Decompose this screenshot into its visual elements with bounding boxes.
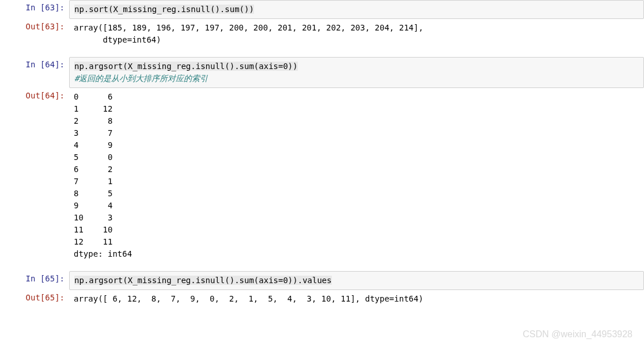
code-highlight-63: np.sort(X_missing_reg.isnull().sum()) <box>74 5 254 14</box>
cell-63-input: In [63]: np.sort(X_missing_reg.isnull().… <box>0 0 644 19</box>
code-input-63[interactable]: np.sort(X_missing_reg.isnull().sum()) <box>69 0 644 19</box>
code-comment-64: #返回的是从小到大排序所对应的索引 <box>74 74 208 83</box>
cell-65-input: In [65]: np.argsort(X_missing_reg.isnull… <box>0 271 644 290</box>
code-highlight-64: np.argsort(X_missing_reg.isnull().sum(ax… <box>74 62 298 71</box>
output-text-65: array([ 6, 12, 8, 7, 9, 0, 2, 1, 5, 4, 3… <box>69 290 644 308</box>
in-prompt-63: In [63]: <box>0 0 69 19</box>
in-prompt-65: In [65]: <box>0 271 69 290</box>
in-prompt-64: In [64]: <box>0 57 69 88</box>
notebook-container: In [63]: np.sort(X_missing_reg.isnull().… <box>0 0 644 343</box>
output-text-64: 0 6 1 12 2 8 3 7 4 9 5 0 6 2 7 1 8 5 9 4… <box>69 88 644 263</box>
out-prompt-63: Out[63]: <box>0 19 69 49</box>
cell-64-output: Out[64]: 0 6 1 12 2 8 3 7 4 9 5 0 6 2 7 … <box>0 88 644 263</box>
cell-64-input: In [64]: np.argsort(X_missing_reg.isnull… <box>0 57 644 88</box>
code-input-64[interactable]: np.argsort(X_missing_reg.isnull().sum(ax… <box>69 57 644 88</box>
spacer <box>0 263 644 271</box>
code-input-65[interactable]: np.argsort(X_missing_reg.isnull().sum(ax… <box>69 271 644 290</box>
spacer <box>0 49 644 57</box>
code-highlight-65: np.argsort(X_missing_reg.isnull().sum(ax… <box>74 276 332 285</box>
output-text-63: array([185, 189, 196, 197, 197, 200, 200… <box>69 19 644 49</box>
out-prompt-64: Out[64]: <box>0 88 69 263</box>
cell-65-output: Out[65]: array([ 6, 12, 8, 7, 9, 0, 2, 1… <box>0 290 644 308</box>
watermark: CSDN @weixin_44953928 <box>522 329 632 340</box>
out-prompt-65: Out[65]: <box>0 290 69 308</box>
cell-63-output: Out[63]: array([185, 189, 196, 197, 197,… <box>0 19 644 49</box>
